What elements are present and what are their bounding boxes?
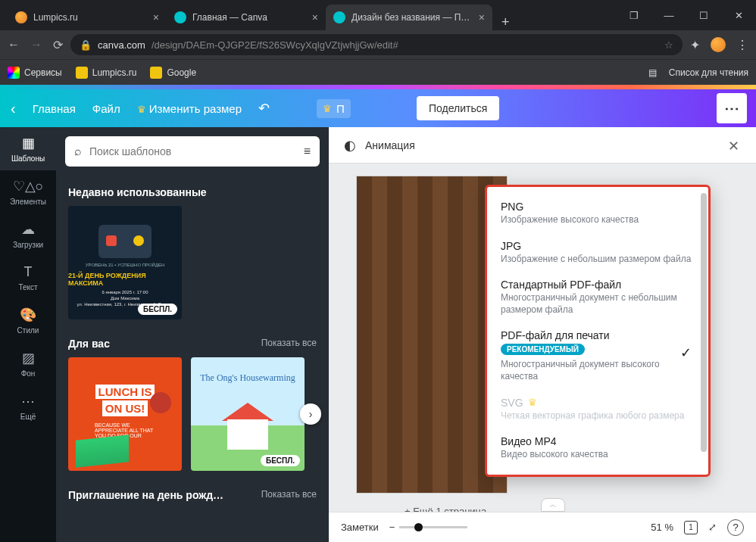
url-host: canva.com xyxy=(98,39,145,51)
format-option-mp4[interactable]: Видео MP4 Видео высокого качества xyxy=(487,429,708,469)
reading-list-button[interactable]: ▤ Список для чтения xyxy=(648,67,748,78)
apps-icon xyxy=(8,67,20,79)
rail-templates[interactable]: ▦Шаблоны xyxy=(0,127,56,170)
palette-icon: 🎨 xyxy=(20,307,36,323)
show-all-button[interactable]: Показать все xyxy=(261,338,317,350)
rail-text[interactable]: TТекст xyxy=(0,257,56,299)
filter-icon[interactable]: ≡ xyxy=(304,145,311,158)
extensions-icon[interactable]: ✦ xyxy=(690,38,700,52)
section-invite-title: Приглашение на день рожд… xyxy=(68,489,223,501)
rail-bg[interactable]: ▨Фон xyxy=(0,342,56,385)
forward-icon[interactable]: → xyxy=(30,38,42,52)
star-icon[interactable]: ☆ xyxy=(664,39,673,51)
zoom-out-icon[interactable]: − xyxy=(389,522,395,533)
nav-resize[interactable]: ♛ Изменить размер xyxy=(137,102,242,115)
app-top-nav: ‹ Главная Файл ♛ Изменить размер ↶ ♛П По… xyxy=(0,89,756,127)
rail-more[interactable]: ⋯Ещё xyxy=(0,385,56,428)
format-option-svg[interactable]: SVG♛ Четкая векторная графика любого раз… xyxy=(487,391,708,430)
rail-uploads[interactable]: ☁Загрузки xyxy=(0,213,56,257)
search-input[interactable] xyxy=(89,145,296,157)
tab-title: Lumpics.ru xyxy=(33,12,147,23)
zoom-value[interactable]: 51 % xyxy=(651,522,673,533)
more-button[interactable]: ⋯ xyxy=(717,93,747,123)
address-bar: ← → ⟳ 🔒 canva.com/design/DAEm-QJGP2E/fS2… xyxy=(0,30,756,59)
free-badge: БЕСПЛ. xyxy=(261,455,300,466)
reload-icon[interactable]: ⟳ xyxy=(53,38,63,52)
help-icon[interactable]: ? xyxy=(727,519,744,536)
window-controls: ❐ ― ☐ ✕ xyxy=(617,0,756,30)
back-icon[interactable]: ← xyxy=(8,38,20,52)
template-search[interactable]: ⌕ ≡ xyxy=(65,136,320,167)
nav-file[interactable]: Файл xyxy=(92,102,120,115)
format-option-jpg[interactable]: JPG Изображение с небольшим размером фай… xyxy=(487,234,708,273)
crown-icon: ♛ xyxy=(528,397,537,408)
close-panel-icon[interactable]: ✕ xyxy=(728,138,739,154)
templates-panel: ⌕ ≡ Недавно использованные УРОВЕНЬ 21 • … xyxy=(56,127,329,542)
minimize-icon[interactable]: ― xyxy=(651,0,686,30)
bookmark-google[interactable]: Google xyxy=(150,67,196,79)
maximize-icon[interactable]: ☐ xyxy=(686,0,721,30)
template-thumb-recent-0[interactable]: УРОВЕНЬ 21 • УСПЕШНО ПРОЙДЕН 21-Й ДЕНЬ Р… xyxy=(68,206,182,319)
background-icon: ▨ xyxy=(22,350,35,366)
templates-icon: ▦ xyxy=(22,135,35,151)
check-icon: ✓ xyxy=(680,344,692,361)
dropdown-scrollbar[interactable] xyxy=(701,193,707,469)
expand-handle[interactable]: ︿ xyxy=(541,498,565,512)
cloud-upload-icon: ☁ xyxy=(21,221,35,238)
canvas-toolbar: ◐ Анимация ✕ xyxy=(329,127,756,164)
apple-icon xyxy=(150,392,171,413)
animation-button[interactable]: Анимация xyxy=(365,139,415,151)
browser-tab-1[interactable]: Главная — Canva × xyxy=(167,5,326,30)
side-rail: ▦Шаблоны ♡△○Элементы ☁Загрузки TТекст 🎨С… xyxy=(0,127,56,542)
tab-favicon xyxy=(15,11,27,23)
elements-icon: ♡△○ xyxy=(13,178,44,195)
notes-button[interactable]: Заметки xyxy=(341,522,379,533)
fullscreen-icon[interactable]: ⤢ xyxy=(708,522,717,533)
tab-favicon xyxy=(174,11,186,23)
zoom-slider[interactable]: − xyxy=(389,522,468,533)
restore-down-icon[interactable]: ❐ xyxy=(617,0,651,30)
url-field[interactable]: 🔒 canva.com/design/DAEm-QJGP2E/fS26SWcyX… xyxy=(70,34,683,55)
tab-favicon xyxy=(333,11,345,23)
text-icon: T xyxy=(24,264,33,280)
url-path: /design/DAEm-QJGP2E/fS26SWcyXqlgVZtjwhjj… xyxy=(152,39,398,51)
export-format-dropdown: PNG Изображение высокого качества JPG Из… xyxy=(485,185,711,477)
profile-avatar[interactable] xyxy=(711,37,726,52)
close-icon[interactable]: × xyxy=(479,11,485,23)
page-indicator[interactable]: 1 xyxy=(684,521,698,534)
close-icon[interactable]: × xyxy=(153,11,159,23)
format-option-pdf-print[interactable]: PDF-файл для печати РЕКОМЕНДУЕМЫЙ Многос… xyxy=(487,323,708,390)
close-window-icon[interactable]: ✕ xyxy=(721,0,756,30)
lock-icon: 🔒 xyxy=(80,39,92,51)
canva-app: ‹ Главная Файл ♛ Изменить размер ↶ ♛П По… xyxy=(0,85,756,542)
bottom-bar: Заметки − 51 % 1 ⤢ ? xyxy=(329,512,756,542)
new-tab-button[interactable]: + xyxy=(492,14,519,30)
bookmarks-bar: Сервисы Lumpics.ru Google ▤ Список для ч… xyxy=(0,59,756,85)
bookmark-lumpics[interactable]: Lumpics.ru xyxy=(76,67,137,79)
carousel-next-button[interactable]: › xyxy=(300,403,321,425)
folder-icon xyxy=(150,67,162,79)
gamepad-icon xyxy=(98,225,152,258)
more-icon: ⋯ xyxy=(21,393,35,410)
house-icon xyxy=(227,419,268,450)
rail-styles[interactable]: 🎨Стили xyxy=(0,299,56,342)
template-thumb-foryou-0[interactable]: LUNCH IS ON US! BECAUSE WE APPRECIATE AL… xyxy=(68,357,182,471)
share-button[interactable]: Поделиться xyxy=(417,96,499,120)
close-icon[interactable]: × xyxy=(312,11,318,23)
undo-icon[interactable]: ↶ xyxy=(258,100,270,117)
format-option-pdf-standard[interactable]: Стандартный PDF-файл Многостраничный док… xyxy=(487,273,708,323)
menu-icon[interactable]: ⋮ xyxy=(736,38,748,52)
browser-tab-2[interactable]: Дизайн без названия — Пригл × xyxy=(326,5,492,30)
folder-icon xyxy=(76,67,88,79)
nav-home[interactable]: Главная xyxy=(33,102,76,115)
browser-tab-0[interactable]: Lumpics.ru × xyxy=(8,5,167,30)
bookmark-services[interactable]: Сервисы xyxy=(8,67,62,79)
template-thumb-foryou-1[interactable]: The Ong's Housewarming БЕСПЛ. xyxy=(191,357,305,471)
show-all-button[interactable]: Показать все xyxy=(261,489,317,501)
rail-elements[interactable]: ♡△○Элементы xyxy=(0,170,56,213)
search-icon: ⌕ xyxy=(74,145,82,158)
format-option-png[interactable]: PNG Изображение высокого качества xyxy=(487,195,708,234)
tab-title: Дизайн без названия — Пригл xyxy=(351,12,473,23)
back-home-icon[interactable]: ‹ xyxy=(11,100,16,117)
premium-pill[interactable]: ♛П xyxy=(317,99,351,118)
